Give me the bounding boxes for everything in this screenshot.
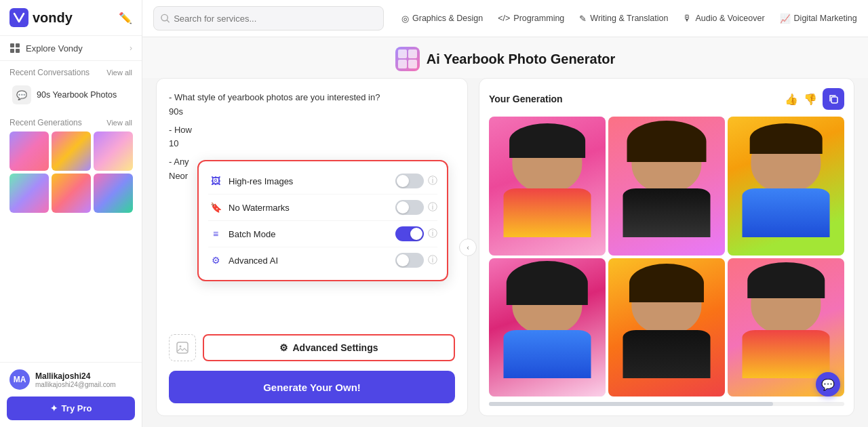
top-nav: ◎ Graphics & Design </> Programming ✎ Wr… xyxy=(142,0,868,37)
photo-cell-4[interactable] xyxy=(489,258,606,397)
edit-icon[interactable]: ✏️ xyxy=(119,12,132,24)
nav-categories: ◎ Graphics & Design </> Programming ✎ Wr… xyxy=(395,9,868,28)
gen-thumbnail-5[interactable] xyxy=(52,174,91,213)
question-1: - What style of yearbook photos are you … xyxy=(169,91,455,105)
view-all-generations[interactable]: View all xyxy=(106,119,132,127)
user-name: Mallikajoshi24 xyxy=(35,371,116,381)
photo-cell-2[interactable] xyxy=(608,117,725,256)
sidebar-header: vondy ✏️ xyxy=(0,0,142,36)
left-panel: - What style of yearbook photos are you … xyxy=(156,78,468,416)
vondy-logo-icon xyxy=(9,8,28,27)
search-input[interactable] xyxy=(174,14,376,24)
photo-cell-3[interactable] xyxy=(728,117,844,256)
grid-icon xyxy=(9,43,20,54)
svg-rect-2 xyxy=(16,43,20,47)
svg-point-8 xyxy=(180,346,182,348)
chat-support-button[interactable]: 💬 xyxy=(816,372,840,396)
writing-icon: ✎ xyxy=(579,14,587,24)
generation-scrollbar[interactable] xyxy=(489,402,844,406)
highres-label: High-res Images xyxy=(229,176,293,186)
copy-button[interactable] xyxy=(823,88,844,110)
advanced-settings-button[interactable]: ⚙ Advanced Settings xyxy=(203,334,455,361)
image-upload-icon xyxy=(176,342,189,354)
svg-rect-7 xyxy=(177,342,188,353)
graphics-icon: ◎ xyxy=(401,14,409,24)
watermark-info-icon[interactable]: ⓘ xyxy=(428,201,437,214)
gen-thumbnail-1[interactable] xyxy=(9,131,49,171)
user-row: MA Mallikajoshi24 mallikajoshi24@gmail.c… xyxy=(0,363,142,396)
generation-header: Your Generation 👍 👎 xyxy=(489,88,844,110)
answer-2: 10 xyxy=(169,137,455,151)
logo-area: vondy xyxy=(9,8,73,27)
two-col-layout: - What style of yearbook photos are you … xyxy=(142,78,868,427)
try-pro-button[interactable]: ✦ Try Pro xyxy=(7,396,135,420)
logo-text: vondy xyxy=(33,10,73,26)
batch-info-icon[interactable]: ⓘ xyxy=(428,228,437,240)
conversation-icon: 💬 xyxy=(12,85,31,104)
photo-cell-5[interactable] xyxy=(608,258,725,397)
svg-rect-4 xyxy=(16,49,20,53)
feature-row-watermark: 🔖 No Watermarks ⓘ xyxy=(208,195,437,221)
code-icon: </> xyxy=(498,14,510,23)
svg-line-6 xyxy=(167,20,169,22)
nav-cat-audio[interactable]: 🎙 Audio & Voiceover xyxy=(676,9,771,27)
nav-cat-lifestyle[interactable]: ⚡ Lifestyle xyxy=(865,9,868,28)
highres-info-icon[interactable]: ⓘ xyxy=(428,175,437,187)
feature-row-highres: 🖼 High-res Images ⓘ xyxy=(208,168,437,195)
thumbs-up-icon[interactable]: 👍 xyxy=(785,93,798,106)
nav-cat-programming[interactable]: </> Programming xyxy=(491,9,571,27)
svg-rect-3 xyxy=(10,49,14,53)
sparkle-icon: ✦ xyxy=(50,403,58,413)
batch-icon: ≡ xyxy=(208,226,223,241)
gen-thumbnail-4[interactable] xyxy=(9,174,49,213)
nav-cat-writing[interactable]: ✎ Writing & Translation xyxy=(572,9,675,28)
search-bar[interactable] xyxy=(153,6,384,30)
explore-vondy-label: Explore Vondy xyxy=(26,43,83,54)
svg-rect-9 xyxy=(831,97,837,103)
recent-gen-grid xyxy=(9,131,132,213)
search-icon xyxy=(161,14,170,23)
copy-icon xyxy=(828,94,839,104)
chevron-right-icon: › xyxy=(130,43,132,53)
gen-thumbnail-3[interactable] xyxy=(94,131,133,171)
user-email: mallikajoshi24@gmail.com xyxy=(35,381,116,388)
conversation-label: 90s Yearbook Photos xyxy=(37,90,117,100)
photo-grid xyxy=(489,117,844,396)
feature-row-batch: ≡ Batch Mode ⓘ xyxy=(208,221,437,247)
photo-cell-1[interactable] xyxy=(489,117,606,256)
advai-info-icon[interactable]: ⓘ xyxy=(428,254,437,266)
sidebar-item-90s-yearbook[interactable]: 💬 90s Yearbook Photos xyxy=(9,81,132,108)
advai-label: Advanced AI xyxy=(229,256,278,266)
upload-button[interactable] xyxy=(169,334,196,361)
generation-title: Your Generation xyxy=(489,94,563,104)
recent-generations-section: Recent Generations View all xyxy=(0,111,142,216)
recent-conversations-section: Recent Conversations View all 💬 90s Year… xyxy=(0,61,142,111)
settings-sliders-icon: ⚙ xyxy=(279,342,288,353)
explore-vondy-item[interactable]: Explore Vondy › xyxy=(0,36,142,61)
sidebar-bottom: MA Mallikajoshi24 mallikajoshi24@gmail.c… xyxy=(0,362,142,427)
generate-button[interactable]: Generate Your Own! xyxy=(169,371,455,403)
view-all-conversations[interactable]: View all xyxy=(106,68,132,77)
collapse-sidebar-button[interactable]: ‹ xyxy=(459,239,477,256)
nav-cat-graphics[interactable]: ◎ Graphics & Design xyxy=(395,9,490,28)
watermark-toggle[interactable] xyxy=(395,200,424,215)
scrollbar-thumb xyxy=(489,402,773,406)
gen-thumbnail-2[interactable] xyxy=(52,131,91,171)
answer-1: 90s xyxy=(169,105,455,119)
sidebar: vondy ✏️ Explore Vondy › Recent Conversa… xyxy=(0,0,142,427)
gen-thumbnail-6[interactable] xyxy=(94,174,133,213)
right-panel: Your Generation 👍 👎 xyxy=(479,78,854,416)
thumbs-down-icon[interactable]: 👎 xyxy=(804,93,817,106)
nav-cat-marketing[interactable]: 📈 Digital Marketing xyxy=(773,9,864,28)
service-icon xyxy=(395,47,420,71)
advai-toggle[interactable] xyxy=(395,253,424,268)
page-title: Ai Yearbook Photo Generator xyxy=(427,52,616,67)
question-2: - How xyxy=(169,123,455,138)
svg-rect-0 xyxy=(9,8,28,27)
advai-icon: ⚙ xyxy=(208,253,223,268)
batch-toggle[interactable] xyxy=(395,226,424,241)
user-avatar-small: MA xyxy=(9,369,30,390)
svg-rect-1 xyxy=(10,43,14,47)
marketing-icon: 📈 xyxy=(780,14,791,24)
highres-toggle[interactable] xyxy=(395,174,424,188)
